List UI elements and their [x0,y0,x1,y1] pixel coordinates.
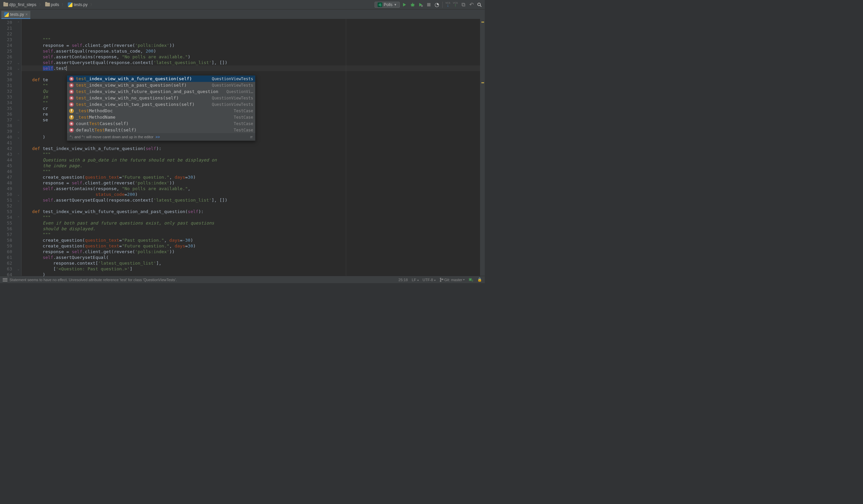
notification-icon[interactable]: ▣2 [468,277,473,282]
completion-item[interactable]: mtest_index_view_with_two_past_questions… [67,101,255,108]
completion-label: countTestCases(self) [76,121,232,126]
breadcrumb-djtp_first_steps[interactable]: djtp_first_steps [2,2,38,8]
folder-icon [3,3,8,7]
code-line[interactable]: def test_index_view_with_a_future_questi… [22,146,480,151]
code-line[interactable]: status_code=200) [22,191,480,197]
code-line[interactable]: def test_index_view_with_future_question… [22,209,480,214]
fold-toggle-icon[interactable]: ⌄ [17,192,19,198]
breadcrumb-label: djtp_first_steps [9,2,36,7]
vcs-commit-button[interactable]: VCS↑ [453,2,458,7]
completion-class: QuestionViewTests [212,102,253,107]
code-line[interactable]: create_question(question_text="Past ques… [22,237,480,243]
code-line[interactable]: self.assertQuerysetEqual(response.contex… [22,60,480,65]
breadcrumb-tests-py[interactable]: tests.py [66,2,89,8]
code-line[interactable]: """ [22,168,480,174]
breadcrumb-polls[interactable]: polls [44,2,61,8]
editor-tabs: tests.py × [0,10,485,19]
fold-toggle-icon[interactable]: ⌃ [17,20,19,26]
code-line[interactable]: should be displayed. [22,226,480,231]
debug-button[interactable] [409,1,416,8]
fold-toggle-icon[interactable]: ⌄ [17,129,19,135]
code-line[interactable]: self.assertEqual(response.status_code, 2… [22,48,480,54]
code-area[interactable]: """ response = self.client.get(reverse('… [22,19,480,276]
completion-item[interactable]: mtest_index_view_with_a_past_question(se… [67,82,255,88]
close-tab-icon[interactable]: × [25,12,28,17]
code-line[interactable]: ) [22,272,480,277]
line-number: 39 [0,128,12,134]
line-number: 26 [0,54,12,60]
undo-icon[interactable]: ↶ [468,1,475,8]
breadcrumb-label: polls [51,2,59,7]
fold-toggle-icon[interactable]: ⌄ [17,60,19,66]
breadcrumbs: djtp_first_steps〉polls〉tests.py〉 [2,2,94,8]
code-line[interactable]: self.assertContains(response, "No polls … [22,186,480,191]
warning-marker[interactable] [481,82,484,83]
line-number: 49 [0,186,12,191]
fold-toggle-icon[interactable]: ⌄ [17,198,19,203]
breadcrumb-separator-icon: 〉 [62,2,65,7]
fold-toggle-icon[interactable]: ⌄ [17,266,19,272]
code-line[interactable]: ['<Question: Past question.>'] [22,266,480,272]
code-line[interactable]: self.assertQuerysetEqual( [22,254,480,260]
search-everywhere-icon[interactable] [476,1,483,8]
code-line[interactable]: """ [22,214,480,220]
editor[interactable]: 2021222324252627282930313233343536373839… [0,19,485,276]
code-line[interactable]: Questions with a pub_date in the future … [22,157,480,163]
code-line[interactable]: response = self.client.get(reverse('poll… [22,180,480,186]
completion-more-link[interactable]: >> [155,135,160,139]
code-line[interactable]: self.assertContains(response, "No polls … [22,54,480,60]
fold-toggle-icon[interactable]: ⌃ [17,152,19,158]
code-line[interactable]: create_question(question_text="Future qu… [22,174,480,180]
line-number: 57 [0,231,12,237]
fold-gutter[interactable]: ⌃⌄⌄—⌄⌄⌃⌄⌄⌃⌄ [17,19,22,276]
profiler-icon[interactable]: ◔ [434,1,440,8]
code-line[interactable]: response = self.client.get(reverse('poll… [22,42,480,48]
code-line[interactable]: """ [22,37,480,42]
completion-item[interactable]: mcountTestCases(self)TestCase [67,121,255,127]
code-line[interactable] [22,203,480,209]
line-number: 64 [0,272,12,277]
completion-label: _testMethodName [76,115,232,120]
run-with-coverage-button[interactable] [417,1,424,8]
vcs-history-icon[interactable]: ⧉ [460,1,466,8]
code-completion-popup[interactable]: mtest_index_view_with_a_future_question(… [67,75,255,141]
line-number: 48 [0,180,12,186]
code-line[interactable]: create_question(question_text="Future qu… [22,243,480,249]
code-line[interactable]: the index page. [22,163,480,168]
fold-toggle-icon[interactable]: — [17,117,19,123]
fold-toggle-icon[interactable]: ⌃ [17,215,19,220]
code-line[interactable]: """ [22,231,480,237]
field-icon: f [69,115,74,120]
line-number: 28 [0,65,12,71]
python-file-icon [4,12,9,17]
completion-class: QuestionViewTests [212,77,253,81]
completion-item[interactable]: f_testMethodNameTestCase [67,114,255,121]
error-stripe[interactable] [480,19,485,276]
completion-item[interactable]: mtest_index_view_with_no_questions(self)… [67,95,255,101]
stop-button[interactable] [425,1,432,8]
run-configuration-selector[interactable]: dj Polls ▼ [375,2,400,8]
line-number: 63 [0,266,12,272]
code-line[interactable]: response = self.client.get(reverse('poll… [22,249,480,254]
completion-item[interactable]: mtest_index_view_with_future_question_an… [67,88,255,95]
completion-label: defaultTestResult(self) [76,127,232,133]
completion-item[interactable]: mdefaultTestResult(self)TestCase [67,127,255,133]
fold-toggle-icon[interactable]: ⌄ [17,66,19,72]
code-line[interactable] [22,277,480,283]
code-line[interactable]: self.assertQuerysetEqual(response.contex… [22,197,480,203]
line-number: 32 [0,88,12,94]
completion-item[interactable]: f_testMethodDocTestCase [67,108,255,114]
tool-window-toggle-icon[interactable] [3,278,8,281]
code-line[interactable]: Even if both past and future questions e… [22,220,480,226]
editor-tab-tests[interactable]: tests.py × [1,11,30,19]
completion-item[interactable]: mtest_index_view_with_a_future_question(… [67,76,255,82]
code-line[interactable]: response.context['latest_question_list']… [22,260,480,266]
warning-marker[interactable] [481,22,484,23]
fold-toggle-icon[interactable]: ⌄ [17,135,19,140]
line-number: 47 [0,174,12,180]
run-button[interactable] [401,1,408,8]
line-number: 34 [0,100,12,105]
code-line[interactable]: """ [22,151,480,157]
vcs-update-button[interactable]: VCS↓ [445,2,450,7]
code-line[interactable]: self.test [22,65,480,71]
